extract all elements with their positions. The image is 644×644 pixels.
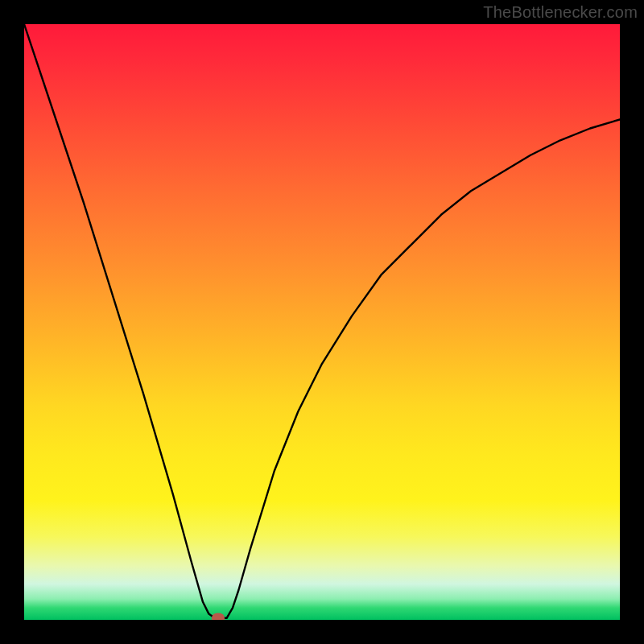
curve-layer [24,24,620,620]
plot-area [24,24,620,620]
chart-frame: TheBottlenecker.com [0,0,644,644]
optimum-marker [212,613,225,620]
watermark-text: TheBottlenecker.com [483,3,638,22]
bottleneck-curve [24,24,620,618]
